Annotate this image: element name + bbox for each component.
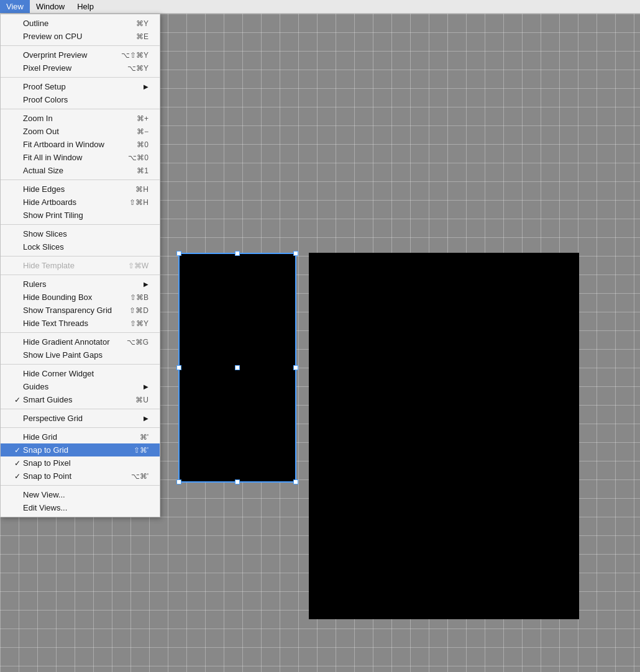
- separator-4: [1, 179, 160, 180]
- menu-item-snap-to-pixel[interactable]: ✓ Snap to Pixel: [1, 456, 160, 470]
- menu-item-hide-grid[interactable]: Hide Grid ⌘': [1, 430, 160, 443]
- separator-8: [1, 332, 160, 333]
- menu-item-lock-slices[interactable]: Lock Slices: [1, 240, 160, 253]
- menu-item-proof-colors[interactable]: Proof Colors: [1, 93, 160, 106]
- menu-item-hide-template[interactable]: Hide Template ⇧⌘W: [1, 259, 160, 272]
- menu-item-zoom-in[interactable]: Zoom In ⌘+: [1, 112, 160, 125]
- menu-item-hide-edges[interactable]: Hide Edges ⌘H: [1, 183, 160, 196]
- menu-item-snap-to-point[interactable]: ✓ Snap to Point ⌥⌘': [1, 470, 160, 483]
- menu-item-outline[interactable]: Outline ⌘Y: [1, 17, 160, 30]
- menu-item-edit-views[interactable]: Edit Views...: [1, 501, 160, 514]
- menu-item-hide-corner-widget[interactable]: Hide Corner Widget: [1, 367, 160, 380]
- menu-item-show-print-tiling[interactable]: Show Print Tiling: [1, 209, 160, 222]
- handle-bl: [176, 479, 181, 484]
- handle-tr: [293, 251, 298, 256]
- menu-item-rulers[interactable]: Rulers ▶: [1, 278, 160, 291]
- menu-item-show-transparency-grid[interactable]: Show Transparency Grid ⇧⌘D: [1, 304, 160, 317]
- menu-bar-view[interactable]: View: [0, 0, 30, 13]
- menu-bar-window[interactable]: Window: [30, 0, 71, 13]
- menu-item-snap-to-grid[interactable]: ✓ Snap to Grid ⇧⌘': [1, 443, 160, 456]
- menu-item-hide-artboards[interactable]: Hide Artboards ⇧⌘H: [1, 196, 160, 209]
- artboard-left: [178, 253, 296, 483]
- separator-7: [1, 275, 160, 275]
- handle-tm: [235, 251, 240, 256]
- menu-item-pixel-preview[interactable]: Pixel Preview ⌥⌘Y: [1, 61, 160, 75]
- menu-item-hide-bounding-box[interactable]: Hide Bounding Box ⇧⌘B: [1, 291, 160, 304]
- separator-12: [1, 485, 160, 486]
- menu-item-smart-guides[interactable]: ✓ Smart Guides ⌘U: [1, 393, 160, 406]
- menu-item-guides[interactable]: Guides ▶: [1, 380, 160, 393]
- separator-11: [1, 427, 160, 428]
- menu-item-proof-setup[interactable]: Proof Setup ▶: [1, 80, 160, 93]
- artboard-right: [309, 253, 579, 619]
- menu-item-zoom-out[interactable]: Zoom Out ⌘−: [1, 125, 160, 138]
- menu-bar: View Window Help: [0, 0, 640, 14]
- menu-item-overprint-preview[interactable]: Overprint Preview ⌥⇧⌘Y: [1, 48, 160, 61]
- menu-item-perspective-grid[interactable]: Perspective Grid ▶: [1, 412, 160, 425]
- separator-5: [1, 224, 160, 225]
- menu-item-show-slices[interactable]: Show Slices: [1, 227, 160, 240]
- separator-2: [1, 77, 160, 78]
- menu-item-hide-gradient-annotator[interactable]: Hide Gradient Annotator ⌥⌘G: [1, 335, 160, 348]
- menu-item-fit-artboard[interactable]: Fit Artboard in Window ⌘0: [1, 138, 160, 151]
- menu-item-actual-size[interactable]: Actual Size ⌘1: [1, 164, 160, 177]
- separator-3: [1, 109, 160, 109]
- separator-10: [1, 409, 160, 409]
- handle-mr: [293, 365, 298, 370]
- separator-1: [1, 45, 160, 46]
- menu-item-preview-cpu[interactable]: Preview on CPU ⌘E: [1, 30, 160, 43]
- separator-6: [1, 256, 160, 257]
- menu-item-hide-text-threads[interactable]: Hide Text Threads ⇧⌘Y: [1, 317, 160, 330]
- view-dropdown-menu: Outline ⌘Y Preview on CPU ⌘E Overprint P…: [0, 14, 160, 517]
- handle-br: [293, 479, 298, 484]
- menu-bar-help[interactable]: Help: [71, 0, 100, 13]
- separator-9: [1, 364, 160, 365]
- menu-item-show-live-paint-gaps[interactable]: Show Live Paint Gaps: [1, 348, 160, 361]
- handle-bm: [235, 479, 240, 484]
- handle-ml: [176, 365, 181, 370]
- handle-tl: [176, 251, 181, 256]
- menu-item-fit-all[interactable]: Fit All in Window ⌥⌘0: [1, 151, 160, 164]
- handle-mm: [235, 365, 240, 370]
- menu-item-new-view[interactable]: New View...: [1, 488, 160, 501]
